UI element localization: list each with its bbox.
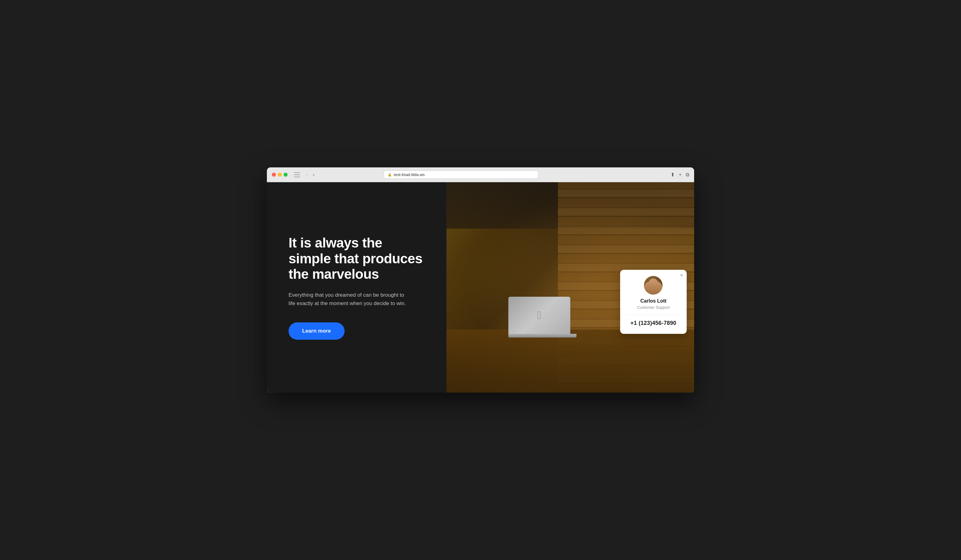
- avatar-body: [644, 281, 662, 295]
- card-divider: [626, 314, 680, 315]
- card-close-button[interactable]: ×: [680, 273, 683, 278]
- minimize-window-button[interactable]: [278, 173, 282, 177]
- sidebar-toggle-button[interactable]: [294, 172, 300, 177]
- close-window-button[interactable]: [272, 173, 276, 177]
- forward-button[interactable]: ›: [312, 172, 315, 178]
- photo-background:  × Carlos Lott Customer Support +1 (123…: [447, 182, 694, 393]
- browser-actions: ⬆ ＋ ⧉: [670, 172, 689, 178]
- avatar: [644, 276, 662, 295]
- hero-subtitle: Everything that you dreamed of can be br…: [289, 291, 406, 308]
- contact-name: Carlos Lott: [626, 298, 680, 304]
- apple-logo-icon: : [537, 309, 541, 322]
- hero-title: It is always the simple that produces th…: [289, 235, 425, 282]
- address-bar[interactable]: 🔒 test-tisad.tilda.ws: [384, 170, 538, 179]
- browser-chrome: ‹ › 🔒 test-tisad.tilda.ws ⬆ ＋ ⧉: [267, 167, 694, 182]
- maximize-window-button[interactable]: [284, 173, 288, 177]
- laptop-screen: : [508, 297, 570, 334]
- laptop-decoration: : [508, 297, 577, 340]
- new-tab-button[interactable]: ＋: [678, 172, 683, 178]
- contact-card: × Carlos Lott Customer Support +1 (123)4…: [620, 270, 687, 334]
- back-button[interactable]: ‹: [305, 172, 309, 178]
- nav-arrows: ‹ ›: [305, 172, 316, 178]
- contact-role: Customer Support: [626, 305, 680, 310]
- browser-window: ‹ › 🔒 test-tisad.tilda.ws ⬆ ＋ ⧉ It is al…: [267, 167, 694, 393]
- url-text: test-tisad.tilda.ws: [394, 172, 425, 177]
- right-panel:  × Carlos Lott Customer Support +1 (123…: [447, 182, 694, 393]
- learn-more-button[interactable]: Learn more: [289, 323, 345, 340]
- tabs-button[interactable]: ⧉: [686, 172, 689, 178]
- contact-phone[interactable]: +1 (123)456-7890: [626, 320, 680, 326]
- page-content: It is always the simple that produces th…: [267, 182, 694, 393]
- traffic-lights: [272, 173, 288, 177]
- share-button[interactable]: ⬆: [670, 172, 675, 178]
- left-panel: It is always the simple that produces th…: [267, 182, 447, 393]
- laptop-base: [508, 334, 577, 337]
- lock-icon: 🔒: [387, 173, 392, 177]
